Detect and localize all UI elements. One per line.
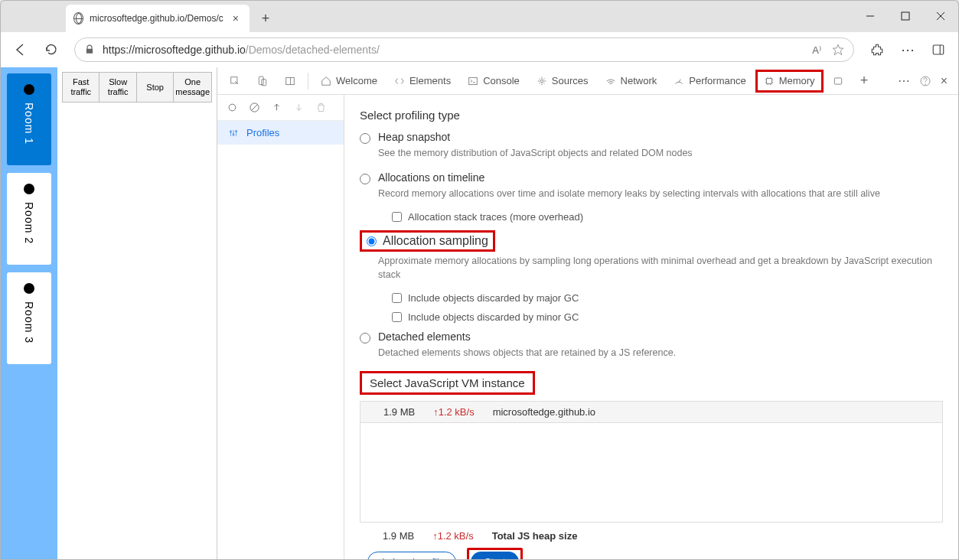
- load-profile-button[interactable]: Load profile: [367, 552, 456, 560]
- devtools-tab-strip: Welcome Elements Console Sources Network…: [217, 67, 958, 95]
- export-icon[interactable]: [271, 102, 282, 113]
- maximize-button[interactable]: [888, 0, 923, 32]
- close-icon[interactable]: ×: [230, 12, 242, 24]
- delete-icon[interactable]: [315, 102, 327, 113]
- svg-rect-33: [834, 77, 841, 83]
- refresh-button[interactable]: [38, 36, 65, 63]
- timeline-radio[interactable]: [360, 174, 370, 184]
- tab-network[interactable]: Network: [598, 67, 665, 95]
- sub-stack-traces[interactable]: Allocation stack traces (more overhead): [392, 211, 943, 223]
- browser-toolbar: https://microsoftedge.github.io/Demos/de…: [0, 32, 959, 67]
- more-icon[interactable]: ⋯: [898, 73, 910, 88]
- svg-line-23: [679, 79, 680, 82]
- option-allocations-timeline[interactable]: Allocations on timeline: [360, 171, 943, 184]
- status-dot-icon: [24, 84, 34, 95]
- devtools-panel: Welcome Elements Console Sources Network…: [217, 67, 958, 559]
- room-1[interactable]: Room 1: [7, 73, 51, 165]
- devtools-close-icon[interactable]: ×: [941, 74, 948, 88]
- svg-point-14: [540, 80, 543, 83]
- globe-icon: [73, 12, 83, 24]
- sidebar-item-profiles[interactable]: Profiles: [217, 121, 344, 145]
- tab-title: microsoftedge.github.io/Demos/c: [90, 13, 223, 24]
- sub-major-gc[interactable]: Include objects discarded by major GC: [392, 292, 943, 304]
- svg-rect-5: [933, 45, 944, 54]
- svg-marker-4: [833, 44, 843, 54]
- svg-rect-8: [259, 77, 263, 85]
- new-tab-button[interactable]: +: [254, 7, 277, 30]
- app-controls: Fast traffic Slow traffic Stop One messa…: [57, 67, 217, 559]
- one-message-button[interactable]: One message: [174, 73, 211, 102]
- sidebar-icon[interactable]: [925, 36, 952, 63]
- vm-size: 1.9 MB: [383, 406, 415, 418]
- heap-footer: 1.9 MB ↑1.2 kB/s Total JS heap size: [360, 523, 943, 548]
- settings-icon: [228, 128, 239, 138]
- start-button[interactable]: Start: [471, 552, 519, 560]
- sampling-radio[interactable]: [367, 236, 377, 246]
- vm-rate: ↑1.2 kB/s: [433, 406, 474, 418]
- vm-list: [360, 423, 943, 523]
- window-close-button[interactable]: [923, 0, 958, 32]
- start-highlight: Start: [467, 548, 523, 560]
- help-icon[interactable]: [919, 75, 931, 87]
- memory-sidebar: Profiles: [217, 95, 344, 559]
- room-2[interactable]: Room 2: [7, 173, 51, 265]
- option-allocation-sampling[interactable]: Allocation sampling: [360, 230, 495, 252]
- svg-point-35: [925, 83, 925, 84]
- svg-rect-10: [286, 77, 295, 84]
- svg-line-38: [252, 105, 258, 111]
- select-profiling-type-title: Select profiling type: [360, 109, 943, 122]
- tab-welcome[interactable]: Welcome: [313, 67, 385, 95]
- svg-line-20: [543, 83, 544, 83]
- favorite-icon[interactable]: [832, 44, 844, 56]
- tab-console[interactable]: Console: [460, 67, 527, 95]
- menu-icon[interactable]: ⋯: [894, 36, 921, 63]
- browser-tab[interactable]: microsoftedge.github.io/Demos/c ×: [66, 5, 250, 32]
- svg-line-22: [543, 78, 544, 79]
- svg-rect-24: [766, 78, 771, 83]
- dock-icon[interactable]: [277, 67, 303, 95]
- tab-memory[interactable]: Memory: [755, 70, 824, 93]
- browser-titlebar: microsoftedge.github.io/Demos/c × +: [0, 0, 959, 32]
- option-detached-elements[interactable]: Detached elements: [360, 330, 943, 343]
- room-3[interactable]: Room 3: [7, 272, 51, 364]
- memory-main: Select profiling type Heap snapshot See …: [344, 95, 958, 559]
- tab-performance[interactable]: Performance: [666, 67, 753, 95]
- vm-instance-title: Select JavaScript VM instance: [360, 371, 535, 395]
- tab-sources[interactable]: Sources: [529, 67, 596, 95]
- vm-instance-row[interactable]: 1.9 MB ↑1.2 kB/s microsoftedge.github.io: [360, 401, 943, 423]
- status-dot-icon: [24, 184, 34, 194]
- svg-point-36: [229, 104, 236, 111]
- address-bar[interactable]: https://microsoftedge.github.io/Demos/de…: [74, 37, 854, 62]
- fast-traffic-button[interactable]: Fast traffic: [63, 73, 99, 102]
- record-icon[interactable]: [227, 102, 238, 113]
- slow-traffic-button[interactable]: Slow traffic: [99, 73, 136, 102]
- clear-icon[interactable]: [249, 102, 260, 113]
- total-rate: ↑1.2 kB/s: [432, 530, 473, 542]
- detached-radio[interactable]: [360, 333, 370, 343]
- stop-button[interactable]: Stop: [137, 73, 174, 102]
- inspect-icon[interactable]: [222, 67, 248, 95]
- svg-line-19: [539, 78, 540, 79]
- option-heap-snapshot[interactable]: Heap snapshot: [360, 131, 943, 144]
- read-aloud-icon[interactable]: A⁾: [812, 44, 821, 56]
- lock-icon: [84, 44, 95, 55]
- add-tab-button[interactable]: +: [853, 67, 876, 95]
- drawer-icon[interactable]: [825, 67, 851, 95]
- heap-snapshot-radio[interactable]: [360, 133, 370, 144]
- window-controls: [853, 0, 958, 32]
- app-pane: Room 1 Room 2 Room 3 Fast traffic Slow t…: [1, 67, 217, 559]
- svg-rect-1: [902, 12, 909, 20]
- back-button[interactable]: [7, 36, 34, 63]
- import-icon[interactable]: [293, 102, 305, 113]
- svg-line-21: [539, 83, 540, 83]
- total-size: 1.9 MB: [383, 530, 414, 542]
- minimize-button[interactable]: [853, 0, 888, 32]
- extensions-icon[interactable]: [863, 36, 891, 63]
- svg-rect-12: [469, 77, 478, 84]
- url-text: https://microsoftedge.github.io/Demos/de…: [103, 44, 380, 56]
- sub-minor-gc[interactable]: Include objects discarded by minor GC: [392, 311, 943, 323]
- device-icon[interactable]: [250, 67, 276, 95]
- memory-toolbar: [217, 95, 344, 121]
- tab-elements[interactable]: Elements: [387, 67, 458, 95]
- status-dot-icon: [24, 283, 34, 294]
